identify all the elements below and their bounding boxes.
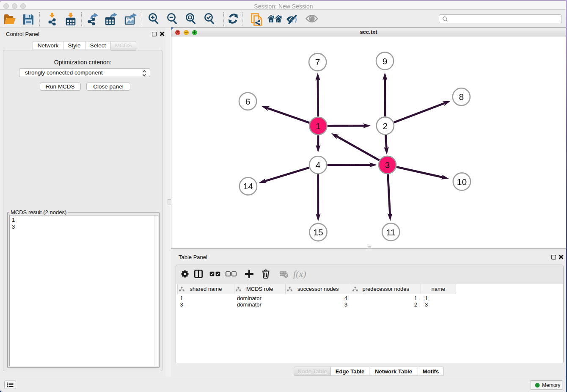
svg-text:15: 15 xyxy=(313,227,323,237)
svg-text:10: 10 xyxy=(457,177,467,187)
svg-text:4: 4 xyxy=(316,160,321,170)
svg-text:1: 1 xyxy=(316,121,321,131)
svg-text:11: 11 xyxy=(386,227,396,237)
svg-text:6: 6 xyxy=(245,97,250,106)
svg-text:9: 9 xyxy=(383,56,388,66)
svg-text:3: 3 xyxy=(385,160,390,170)
svg-text:7: 7 xyxy=(315,57,320,67)
svg-text:8: 8 xyxy=(459,92,464,102)
svg-text:14: 14 xyxy=(243,181,253,191)
svg-text:2: 2 xyxy=(383,121,388,131)
